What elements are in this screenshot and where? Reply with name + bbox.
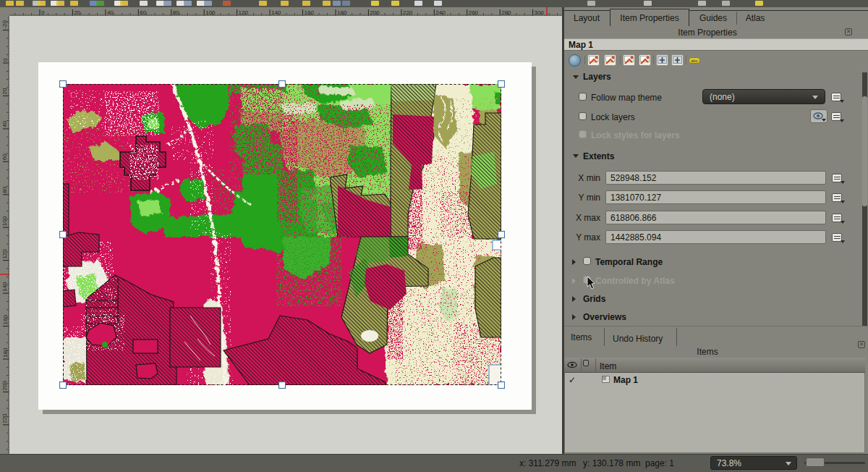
svg-text:40: 40 (2, 120, 9, 127)
svg-text:120: 120 (2, 249, 9, 259)
svg-text:200: 200 (2, 381, 9, 391)
svg-text:20: 20 (2, 88, 9, 94)
svg-text:80: 80 (2, 186, 9, 193)
svg-text:60: 60 (2, 153, 9, 160)
svg-text:100: 100 (2, 216, 9, 226)
svg-text:-20: -20 (2, 20, 9, 28)
svg-text:0: 0 (2, 58, 9, 62)
svg-text:160: 160 (2, 315, 9, 325)
svg-text:180: 180 (2, 347, 9, 358)
svg-text:220: 220 (2, 413, 9, 423)
svg-text:140: 140 (2, 282, 9, 292)
